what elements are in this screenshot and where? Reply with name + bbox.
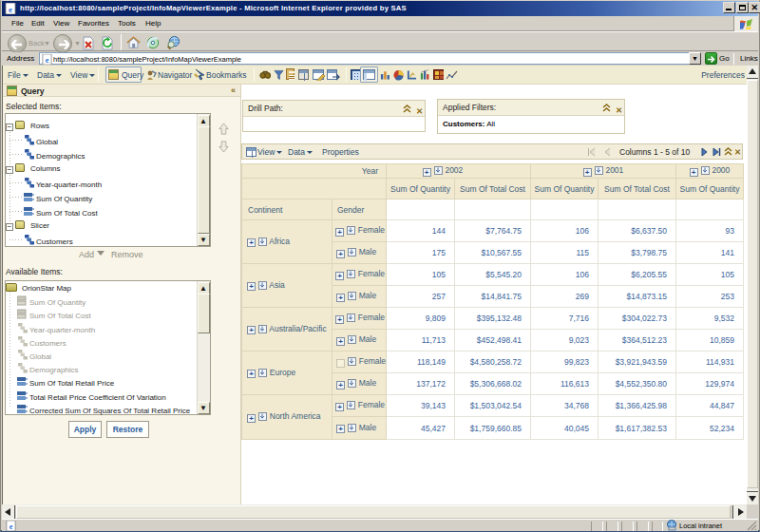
svg-text:e: e bbox=[9, 5, 12, 14]
svg-text:e: e bbox=[10, 522, 13, 531]
svg-text:e: e bbox=[46, 55, 49, 64]
